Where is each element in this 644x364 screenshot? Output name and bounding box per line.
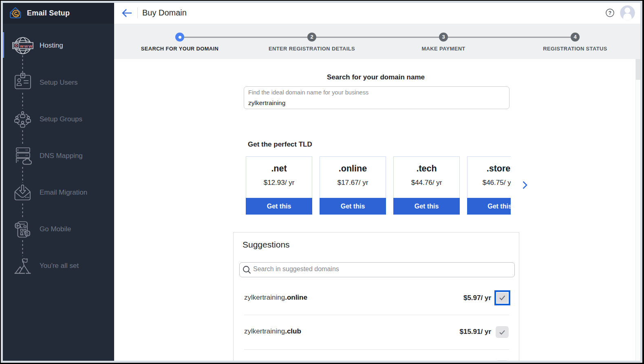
svg-text:?: ? — [609, 10, 611, 16]
svg-text:www: www — [20, 44, 33, 48]
